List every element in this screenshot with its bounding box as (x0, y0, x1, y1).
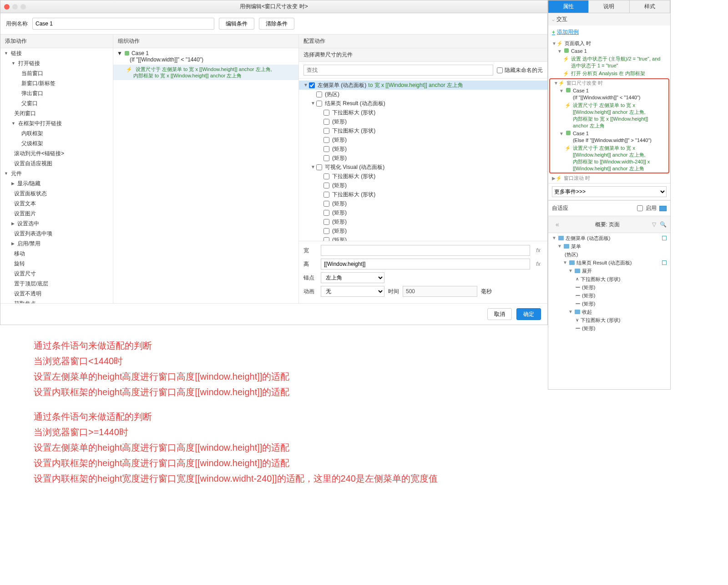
element-row[interactable]: 下拉图标大 (形状) (299, 172, 547, 181)
action-tree-item[interactable]: ▼在框架中打开链接 (0, 118, 113, 128)
interaction-section-header[interactable]: ⌵ 交互 (548, 13, 670, 25)
outline-item[interactable]: ▼收起 (548, 308, 670, 316)
element-row[interactable]: 下拉图标大 (形状) (299, 190, 547, 199)
action-tree-item[interactable]: ▼链接 (0, 48, 113, 58)
action-tree-item[interactable]: 父窗口 (0, 98, 113, 108)
element-list[interactable]: ▼左侧菜单 (动态面板)to 宽 x [[Window.height]] anc… (299, 79, 547, 241)
outline-item[interactable]: ▼菜单 (548, 242, 670, 250)
actions-tree[interactable]: ▼链接▼打开链接当前窗口新窗口/新标签弹出窗口父窗口关闭窗口▼在框架中打开链接内… (0, 48, 113, 303)
action-tree-item[interactable]: 设置不透明 (0, 289, 113, 299)
element-row[interactable]: ▼可视化 Visual (动态面板) (299, 163, 547, 172)
element-checkbox[interactable] (324, 146, 329, 152)
action-tree-item[interactable]: 新窗口/新标签 (0, 78, 113, 88)
action-tree-item[interactable]: 设置图片 (0, 209, 113, 219)
width-input[interactable] (321, 245, 530, 256)
action-tree-item[interactable]: ▶启用/禁用 (0, 239, 113, 249)
action-tree-item[interactable]: 置于顶层/底层 (0, 279, 113, 289)
cancel-button[interactable]: 取消 (487, 308, 512, 320)
element-row[interactable]: (矩形) (299, 153, 547, 163)
search-icon[interactable]: 🔍 (660, 221, 667, 228)
element-checkbox[interactable] (324, 237, 329, 241)
action-node[interactable]: ⚡ 打开 分析页 Analysis 在 内部框架 (548, 70, 670, 77)
element-checkbox[interactable] (324, 155, 329, 161)
action-tree-item[interactable]: ▶显示/隐藏 (0, 178, 113, 188)
action-tree-item[interactable]: 设置尺寸 (0, 269, 113, 279)
tab-properties[interactable]: 属性 (548, 0, 589, 13)
element-checkbox[interactable] (324, 219, 329, 225)
element-checkbox[interactable] (309, 82, 315, 88)
element-row[interactable]: (矩形) (299, 144, 547, 153)
element-row[interactable]: (矩形) (299, 135, 547, 144)
element-checkbox[interactable] (324, 119, 329, 125)
element-row[interactable]: ▼结果页 Result (动态面板) (299, 99, 547, 108)
element-checkbox[interactable] (316, 164, 322, 170)
outline-back-icon[interactable]: « (552, 219, 563, 230)
element-row[interactable]: (热区) (299, 90, 547, 99)
clear-condition-button[interactable]: 清除条件 (259, 18, 294, 30)
outline-item[interactable]: ▼结果页 Result (动态面板) (548, 259, 670, 267)
case-node[interactable]: ▼ Case 1 (548, 47, 670, 55)
action-tree-item[interactable]: 设置文本 (0, 198, 113, 209)
add-case-link[interactable]: + 添加用例 (548, 25, 670, 39)
element-row[interactable]: (矩形) (299, 199, 547, 208)
element-checkbox[interactable] (324, 228, 329, 234)
action-tree-item[interactable]: 关闭窗口 (0, 108, 113, 118)
filter-icon[interactable]: ▽ (652, 221, 656, 228)
action-tree-item[interactable]: 获取焦点 (0, 299, 113, 303)
case-node[interactable]: ▼ Case 1 (If "[[Window.width]]" < "1440"… (113, 48, 298, 65)
element-checkbox[interactable] (324, 210, 329, 216)
outline-item[interactable]: ▼左侧菜单 (动态面板) (548, 234, 670, 242)
element-row[interactable]: (矩形) (299, 217, 547, 226)
outline-item[interactable]: (矩形) (548, 283, 670, 291)
animation-select[interactable]: 无 (321, 286, 384, 297)
action-node[interactable]: ⚡ 设置尺寸于 左侧菜单 to 宽 x [[Window.height]] an… (550, 144, 668, 173)
case-node[interactable]: ▼ Case 1(If "[[Window.width]]" < "1440") (550, 87, 668, 102)
event-window-scroll[interactable]: ▶ ⚡ 窗口滚动 时 (548, 174, 670, 182)
outline-item[interactable]: (矩形) (548, 324, 670, 332)
action-tree-item[interactable]: 设置面板状态 (0, 188, 113, 198)
event-window-resize[interactable]: ▼ ⚡ 窗口尺寸改变 时 (550, 79, 668, 87)
action-tree-item[interactable]: ▶设置选中 (0, 219, 113, 229)
outline-item[interactable]: (热区) (548, 250, 670, 259)
action-tree-item[interactable]: ▼打开链接 (0, 58, 113, 68)
hide-unnamed-checkbox[interactable] (497, 67, 503, 73)
action-tree-item[interactable]: 弹出窗口 (0, 88, 113, 98)
element-checkbox[interactable] (324, 137, 329, 143)
monitor-icon[interactable] (659, 206, 667, 211)
action-tree-item[interactable]: 当前窗口 (0, 68, 113, 78)
action-tree-item[interactable]: 旋转 (0, 259, 113, 269)
element-checkbox[interactable] (324, 110, 329, 116)
element-row[interactable]: 下拉图标大 (形状) (299, 126, 547, 135)
outline-item[interactable]: ∧下拉图标大 (形状) (548, 275, 670, 283)
action-tree-item[interactable]: 内联框架 (0, 128, 113, 138)
duration-input[interactable] (403, 286, 477, 297)
element-checkbox[interactable] (324, 173, 329, 179)
element-row[interactable]: 下拉图标大 (形状) (299, 108, 547, 117)
height-fx-button[interactable]: fx (534, 261, 543, 267)
element-row[interactable]: (矩形) (299, 181, 547, 190)
outline-item[interactable]: (矩形) (548, 291, 670, 300)
adaptive-enable-checkbox[interactable] (637, 205, 643, 211)
element-row[interactable]: (矩形) (299, 208, 547, 217)
element-search-input[interactable] (303, 65, 493, 76)
more-events-select[interactable]: 更多事件>>> (552, 186, 667, 197)
element-row[interactable]: (矩形) (299, 235, 547, 241)
element-checkbox[interactable] (324, 192, 329, 198)
element-checkbox[interactable] (324, 128, 329, 134)
width-fx-button[interactable]: fx (534, 247, 543, 254)
event-page-load[interactable]: ▼ ⚡ 页面载入 时 (548, 40, 670, 47)
action-tree-item[interactable]: 设置自适应视图 (0, 158, 113, 168)
action-tree-item[interactable]: 移动 (0, 249, 113, 259)
action-tree-item[interactable]: ▼元件 (0, 168, 113, 178)
anchor-select[interactable]: 左上角 (321, 272, 384, 283)
element-row[interactable]: (矩形) (299, 117, 547, 126)
action-tree-item[interactable]: 滚动到元件<锚链接> (0, 148, 113, 158)
action-tree-item[interactable]: 父级框架 (0, 138, 113, 148)
outline-tree[interactable]: ▼左侧菜单 (动态面板)▼菜单(热区)▼结果页 Result (动态面板)▼展开… (548, 233, 670, 333)
action-node[interactable]: ⚡ 设置 选中状态于 (主导航)/2 = "true", and选中状态于 1 … (548, 55, 670, 70)
hide-unnamed-toggle[interactable]: 隐藏未命名的元 (497, 66, 543, 74)
tab-description[interactable]: 说明 (589, 0, 629, 13)
chevron-down-icon[interactable]: ▼ (117, 50, 122, 56)
outline-item[interactable]: (矩形) (548, 300, 670, 308)
action-tree-item[interactable]: 设置列表选中项 (0, 229, 113, 239)
